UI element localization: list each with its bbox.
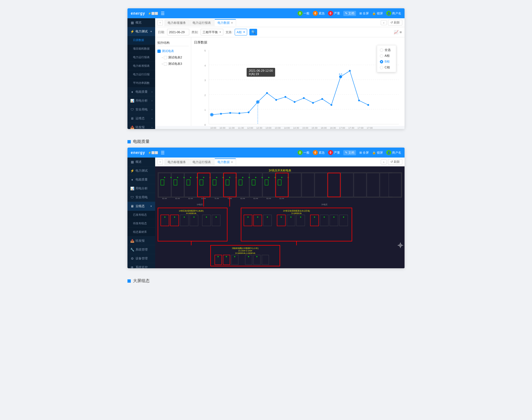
nav-badge-fullscreen-2[interactable]: ⊞ 全屏 <box>359 151 369 155</box>
nav-badge-general-2[interactable]: 0 一般 <box>298 150 310 155</box>
sidebar2-item-report[interactable]: 📤 轻发报 <box>127 236 155 245</box>
section-text-2: 大屏组态 <box>133 278 150 284</box>
svg-text:0.19: 0.19 <box>209 110 214 113</box>
tree-child-1[interactable]: › 测试电表2 <box>162 54 189 61</box>
nav-badge-fullscreen-1[interactable]: ⊞ 全屏 <box>359 11 369 16</box>
tab-power-data-1[interactable]: 电力数据 ✕ <box>214 19 236 26</box>
left-panel-1: 拓扑结构 测试电表 › 测试电表2 › <box>155 37 191 126</box>
nav-badge-serious-1[interactable]: 0 严重 <box>328 11 340 16</box>
svg-text:13:00: 13:00 <box>265 127 272 129</box>
dropdown-item-all-1[interactable]: 全选 <box>380 47 393 53</box>
sidebar2-item-quality[interactable]: ♦ 电能质量 <box>127 175 155 184</box>
filter-search-btn-1[interactable]: 🔍 <box>249 29 257 35</box>
nav-badge-doc-1[interactable]: ✎ 文档 <box>343 11 356 16</box>
tree-checkbox-child-2[interactable] <box>164 62 167 66</box>
svg-rect-73 <box>389 173 401 197</box>
sidebar2-item-analysis[interactable]: 📊 用电分析 <box>127 184 155 193</box>
dropdown-radio-c-1 <box>380 66 383 69</box>
sidebar-item-power-quality-1[interactable]: ♦ 电能质量 › <box>127 87 155 96</box>
tab-nav-next-1[interactable]: › <box>381 20 387 25</box>
sidebar2-item-sys[interactable]: 🔧 系统管理 <box>127 245 155 254</box>
tab-data-close-2[interactable]: ✕ <box>231 161 233 164</box>
chart-icon-1[interactable]: 📈 <box>394 30 398 34</box>
tree-child-2[interactable]: › 测试电表3 <box>162 61 189 67</box>
tab-service-2[interactable]: 电力标签服务 <box>165 159 189 165</box>
dropdown-label-a-1: A相 <box>385 54 390 58</box>
screenshot-2: energy ⚡⬜⬜ ☰ 0 一般 0 紧急 0 严重 ✎ 文档 <box>127 148 405 268</box>
sidebar2-item-safe[interactable]: 🛡 安全用电 <box>127 193 155 202</box>
ops-icon-1: 🖥 <box>130 117 134 120</box>
menu-icon-2[interactable]: ☰ <box>161 150 165 155</box>
sidebar-sub-raw-1[interactable]: 日原数据 <box>127 36 155 45</box>
sidebar-sub-project-1[interactable]: 项目能耗数据 <box>127 45 155 53</box>
sidebar2-item-cloud[interactable]: 🖥 云组态 ▼ <box>127 202 155 211</box>
sidebar2-pending[interactable]: 待发布组态 <box>127 219 155 228</box>
svg-text:E1-4#: E1-4# <box>175 198 180 199</box>
ops-label-1: 运维态 <box>135 116 145 120</box>
sidebar2-report-icon: 📤 <box>130 239 134 243</box>
nav-badge-doc-2[interactable]: ✎ 文档 <box>343 150 356 155</box>
tab-data-2[interactable]: 电力数据 ✕ <box>214 158 236 165</box>
tree-root-1[interactable]: 测试电表 <box>157 48 189 54</box>
tree-checkbox-root-1[interactable] <box>157 50 161 53</box>
sidebar-sub-operation-1[interactable]: 电力运行报表 <box>127 53 155 62</box>
tab-power-service-1[interactable]: 电力标签服务 <box>165 19 189 26</box>
svg-point-153 <box>193 217 195 218</box>
sidebar2-assets[interactable]: 组态素材库 <box>127 228 155 236</box>
sidebar-item-ops-1[interactable]: 🖥 运维态 › <box>127 114 155 123</box>
svg-point-76 <box>177 177 178 178</box>
nav-badge-serious-2[interactable]: 0 严重 <box>328 150 340 155</box>
sidebar2-item-overview[interactable]: ▦ 概述 <box>127 158 155 166</box>
content-area-2: ‹ 电力标签服务 电力运行报表 电力数据 ✕ › <box>155 158 405 268</box>
tab-nav-prev-1[interactable]: ‹ <box>157 20 163 25</box>
tree-checkbox-child-1[interactable] <box>164 56 167 59</box>
svg-rect-65 <box>289 173 301 197</box>
nav-badge-lock-1[interactable]: 🔒 锁屏 <box>372 11 383 16</box>
dropdown-popup-1[interactable]: 全选 A相 B相 C相 <box>377 45 396 72</box>
nav-badge-warn-1[interactable]: 0 紧急 <box>313 11 325 16</box>
phase-filter-select-1[interactable]: A相 ▼ <box>235 29 247 35</box>
analysis-arrow-1: › <box>152 99 152 102</box>
nav-badge-general-1[interactable]: 0 一般 <box>298 11 310 16</box>
svg-text:16:30: 16:30 <box>330 127 336 129</box>
sidebar2-item-power[interactable]: ⚡ 电力测试 <box>127 166 155 175</box>
sidebar-item-power-test-1[interactable]: ⚡ 电力测试 ▼ <box>127 27 155 36</box>
nav-badge-lock-2[interactable]: 🔒 锁屏 <box>372 151 383 155</box>
range-filter-select-1[interactable]: 三相平平衡 ▼ <box>201 29 223 35</box>
sidebar-item-analysis-1[interactable]: 📊 用电分析 › <box>127 96 155 105</box>
nav-badge-warn-2[interactable]: 0 紧急 <box>313 150 325 155</box>
dropdown-item-b-1[interactable]: B相 <box>380 59 393 65</box>
tab-nav-next-2[interactable]: › <box>381 159 387 164</box>
svg-point-162 <box>314 217 315 218</box>
tab-refresh-1[interactable]: ↺ 刷新 <box>388 20 402 25</box>
logo-sub-2: ⚡⬜⬜ <box>148 151 158 154</box>
svg-point-163 <box>324 217 325 218</box>
tab-nav-prev-2[interactable]: ‹ <box>157 159 163 165</box>
svg-text:2×1800KVA,1×800KVA: 2×1800KVA,1×800KVA <box>235 252 255 254</box>
sidebar-item-report-1[interactable]: 📤 轻发报 › <box>127 123 155 129</box>
nav-badge-user-1[interactable]: 👤 商户名 <box>386 11 401 16</box>
sidebar2-published[interactable]: 已发布组态 <box>127 211 155 219</box>
tab-refresh-2[interactable]: ↺ 刷新 <box>388 159 402 165</box>
dropdown-item-c-1[interactable]: C相 <box>380 65 393 70</box>
badge-icon-general-1: 0 <box>298 11 303 16</box>
two-panel-1: 拓扑结构 测试电表 › 测试电表2 › <box>155 37 405 126</box>
sidebar-sub-standard-1[interactable]: 电力标准报表 <box>127 62 155 70</box>
table-icon-1[interactable]: ≡ <box>400 30 402 34</box>
sidebar-sub-daily-1[interactable]: 电力运行日报 <box>127 70 155 79</box>
sidebar-sub-power-factor-1[interactable]: 平均功率因数 <box>127 79 155 87</box>
tab-data-close-1[interactable]: ✕ <box>231 21 233 24</box>
menu-icon-1[interactable]: ☰ <box>161 11 165 16</box>
tree-child-2-label: 测试电表3 <box>168 62 182 66</box>
sidebar-item-overview-1[interactable]: ▦ 概览 <box>127 18 155 27</box>
date-filter-input-1[interactable] <box>167 29 189 35</box>
dropdown-item-a-1[interactable]: A相 <box>380 53 393 59</box>
svg-text:14:00: 14:00 <box>284 127 290 129</box>
tab-operation-2[interactable]: 电力运行报表 <box>190 159 214 165</box>
sidebar-item-safe-1[interactable]: 🛡 安全用电 › <box>127 105 155 114</box>
nav-badge-user-2[interactable]: 👤 商户名 <box>386 150 401 155</box>
tab-operation-report-1[interactable]: 电力运行报表 <box>190 19 214 26</box>
sidebar2-published-label: 已发布组态 <box>133 213 147 217</box>
sidebar2-item-device[interactable]: ⚙ 设备管理 <box>127 254 155 263</box>
sidebar2-item-monitor[interactable]: 👁 系统监控 <box>127 263 155 268</box>
